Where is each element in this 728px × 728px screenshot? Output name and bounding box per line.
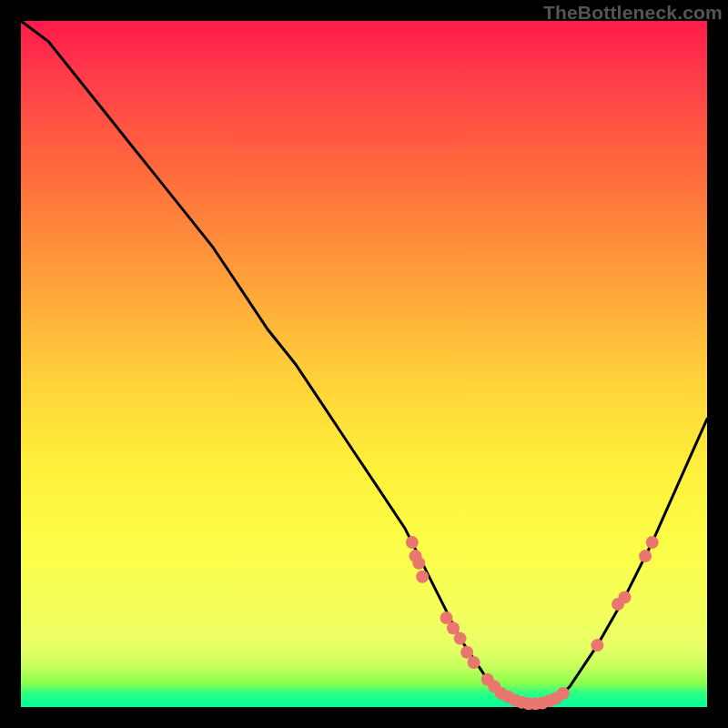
data-point — [412, 557, 425, 570]
bottleneck-curve — [21, 21, 707, 703]
data-point — [646, 536, 659, 549]
plot-area — [21, 21, 707, 707]
data-point — [468, 656, 480, 669]
data-point — [639, 550, 652, 562]
data-point — [557, 687, 570, 700]
chart-frame: TheBottleneck.com — [0, 0, 728, 728]
marker-group — [406, 536, 659, 710]
data-point — [619, 591, 632, 603]
data-point — [454, 632, 467, 645]
data-point — [416, 571, 429, 583]
data-point — [591, 639, 603, 652]
data-point — [406, 536, 419, 549]
curve-svg — [21, 21, 707, 707]
watermark-text: TheBottleneck.com — [543, 2, 723, 24]
